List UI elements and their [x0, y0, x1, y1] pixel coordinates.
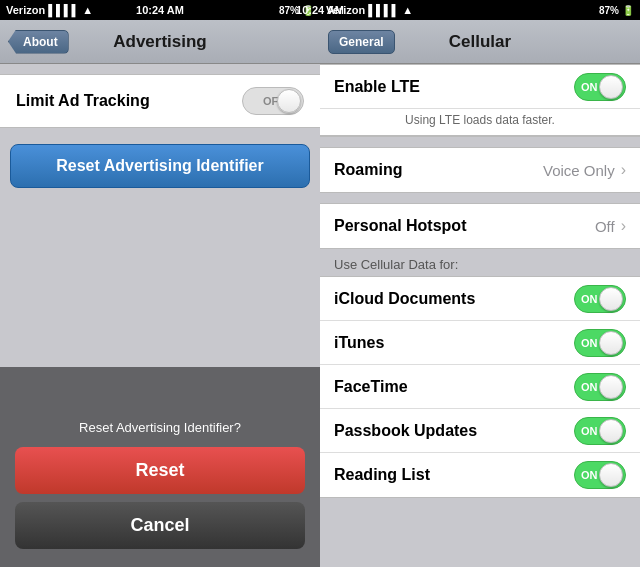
personal-hotspot-value: Off — [595, 218, 615, 235]
facetime-toggle-text: ON — [581, 381, 598, 393]
right-battery-pct: 87% — [599, 5, 619, 16]
personal-hotspot-label: Personal Hotspot — [334, 217, 466, 235]
facetime-label: FaceTime — [334, 378, 408, 396]
personal-hotspot-chevron-icon: › — [621, 217, 626, 235]
right-nav-bar: General Cellular — [320, 20, 640, 64]
left-nav-bar: About Advertising — [0, 20, 320, 64]
left-back-label: About — [23, 35, 58, 49]
reset-confirm-label: Reset — [135, 460, 184, 480]
facetime-toggle[interactable]: ON — [574, 373, 626, 401]
passbook-updates-row: Passbook Updates ON — [320, 409, 640, 453]
reset-advertising-label: Reset Advertising Identifier — [56, 157, 263, 174]
cellular-data-group: iCloud Documents ON iTunes ON FaceTime O… — [320, 276, 640, 498]
passbook-updates-toggle[interactable]: ON — [574, 417, 626, 445]
itunes-toggle-thumb — [599, 331, 623, 355]
facetime-row: FaceTime ON — [320, 365, 640, 409]
reading-list-row: Reading List ON — [320, 453, 640, 497]
reset-confirm-button[interactable]: Reset — [15, 447, 305, 494]
roaming-label: Roaming — [334, 161, 402, 179]
right-back-button[interactable]: General — [328, 30, 395, 54]
reading-list-toggle-thumb — [599, 463, 623, 487]
left-status-bar: Verizon ▌▌▌▌ ▲ 10:24 AM 87% 🔋 — [0, 0, 320, 20]
itunes-label: iTunes — [334, 334, 384, 352]
icloud-documents-toggle[interactable]: ON — [574, 285, 626, 313]
itunes-toggle-text: ON — [581, 337, 598, 349]
use-cellular-section-label: Use Cellular Data for: — [320, 249, 640, 276]
cancel-label: Cancel — [130, 515, 189, 535]
limit-ad-tracking-row: Limit Ad Tracking OFF — [0, 75, 320, 127]
itunes-row: iTunes ON — [320, 321, 640, 365]
personal-hotspot-group: Personal Hotspot Off › — [320, 203, 640, 249]
limit-ad-tracking-label: Limit Ad Tracking — [16, 92, 150, 110]
icloud-documents-row: iCloud Documents ON — [320, 277, 640, 321]
roaming-group: Roaming Voice Only › — [320, 147, 640, 193]
action-sheet: Reset Advertising Identifier? Reset Canc… — [0, 367, 320, 567]
passbook-updates-label: Passbook Updates — [334, 422, 477, 440]
toggle-off-thumb — [277, 89, 301, 113]
right-nav-title: Cellular — [449, 32, 511, 52]
left-nav-title: Advertising — [113, 32, 207, 52]
right-status-right: 87% 🔋 — [599, 5, 634, 16]
left-signal-icon: ▌▌▌▌ — [48, 4, 79, 16]
right-wifi-icon: ▲ — [402, 4, 413, 16]
enable-lte-label: Enable LTE — [334, 78, 420, 96]
icloud-documents-toggle-text: ON — [581, 293, 598, 305]
itunes-toggle[interactable]: ON — [574, 329, 626, 357]
roaming-right: Voice Only › — [543, 161, 626, 179]
passbook-updates-toggle-text: ON — [581, 425, 598, 437]
roaming-chevron-icon: › — [621, 161, 626, 179]
left-back-button[interactable]: About — [8, 30, 69, 54]
right-battery-icon: 🔋 — [622, 5, 634, 16]
cancel-button[interactable]: Cancel — [15, 502, 305, 549]
enable-lte-group: Enable LTE ON Using LTE loads data faste… — [320, 64, 640, 137]
right-status-bar: Verizon ▌▌▌▌ ▲ 10:24 AM 87% 🔋 — [320, 0, 640, 20]
toggle-on-thumb — [599, 75, 623, 99]
right-time: 10:24 AM — [296, 4, 344, 16]
reset-advertising-button[interactable]: Reset Advertising Identifier — [10, 144, 310, 188]
icloud-toggle-thumb — [599, 287, 623, 311]
personal-hotspot-row[interactable]: Personal Hotspot Off › — [320, 204, 640, 248]
lte-subtitle: Using LTE loads data faster. — [320, 109, 640, 136]
roaming-value: Voice Only — [543, 162, 615, 179]
enable-lte-toggle-text: ON — [581, 81, 598, 93]
limit-ad-tracking-group: Limit Ad Tracking OFF — [0, 74, 320, 128]
reading-list-label: Reading List — [334, 466, 430, 484]
enable-lte-row: Enable LTE ON — [320, 65, 640, 109]
left-wifi-icon: ▲ — [82, 4, 93, 16]
left-status-left: Verizon ▌▌▌▌ ▲ — [6, 4, 93, 16]
enable-lte-toggle[interactable]: ON — [574, 73, 626, 101]
right-signal-icon: ▌▌▌▌ — [368, 4, 399, 16]
action-sheet-title: Reset Advertising Identifier? — [79, 420, 241, 435]
left-time: 10:24 AM — [136, 4, 184, 16]
facetime-toggle-thumb — [599, 375, 623, 399]
passbook-toggle-thumb — [599, 419, 623, 443]
personal-hotspot-right: Off › — [595, 217, 626, 235]
right-back-label: General — [339, 35, 384, 49]
icloud-documents-label: iCloud Documents — [334, 290, 475, 308]
right-panel: Verizon ▌▌▌▌ ▲ 10:24 AM 87% 🔋 General Ce… — [320, 0, 640, 567]
reading-list-toggle[interactable]: ON — [574, 461, 626, 489]
reading-list-toggle-text: ON — [581, 469, 598, 481]
limit-ad-tracking-toggle[interactable]: OFF — [242, 87, 304, 115]
right-content: Enable LTE ON Using LTE loads data faste… — [320, 64, 640, 567]
roaming-row[interactable]: Roaming Voice Only › — [320, 148, 640, 192]
left-carrier: Verizon — [6, 4, 45, 16]
left-panel: Verizon ▌▌▌▌ ▲ 10:24 AM 87% 🔋 About Adve… — [0, 0, 320, 567]
